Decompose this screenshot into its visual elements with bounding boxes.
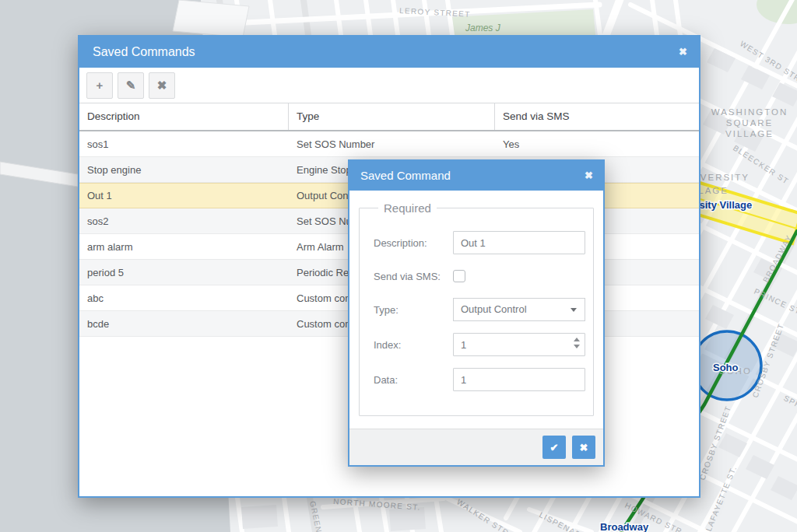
column-header-sms[interactable]: Send via SMS: [495, 103, 699, 130]
sms-label: Send via SMS:: [374, 271, 453, 282]
edit-form: Required Description: Send via SMS: Type…: [349, 192, 603, 429]
saved-command-header: Saved Command ✖: [349, 161, 603, 191]
description-cell: arm alarm: [79, 234, 289, 259]
type-select[interactable]: Output Control: [453, 298, 585, 321]
description-cell: sos2: [79, 208, 289, 233]
map-label-village: VILLAGE: [725, 129, 774, 138]
description-cell: period 5: [79, 260, 289, 285]
index-label: Index:: [374, 339, 453, 351]
table-header: Description Type Send via SMS: [79, 103, 699, 131]
edit-command-button[interactable]: ✎: [118, 72, 144, 99]
data-label: Data:: [374, 374, 453, 386]
app-stage: LEROY STREETJames JWEST 3RD STRWASHINGTO…: [0, 0, 797, 532]
dialog-title: Saved Commands: [79, 37, 699, 68]
commands-toolbar: + ✎ ✖: [79, 68, 699, 103]
chevron-down-icon: [571, 308, 577, 312]
plus-icon: +: [97, 79, 104, 92]
map-label-zone-soho: Soho: [713, 362, 739, 373]
description-cell: abc: [79, 285, 289, 310]
table-row[interactable]: sos1Set SOS NumberYes: [79, 131, 699, 157]
type-label: Type:: [374, 304, 453, 316]
description-cell: Stop engine: [79, 157, 289, 182]
check-icon: ✔: [550, 442, 559, 453]
close-icon[interactable]: ✖: [679, 37, 687, 68]
map-label-square: SQUARE: [726, 118, 774, 128]
type-row: Type: Output Control: [374, 298, 593, 321]
fieldset-legend: Required: [378, 201, 437, 215]
saved-command-dialog: Saved Command ✖ Required Description: Se…: [348, 159, 605, 467]
type-select-value: Output Control: [454, 299, 585, 320]
description-cell: sos1: [79, 131, 289, 156]
description-field[interactable]: [453, 231, 585, 254]
cancel-button[interactable]: ✖: [572, 436, 595, 459]
sms-row: Send via SMS:: [374, 269, 593, 283]
dialog-title: Saved Command: [349, 161, 603, 191]
index-row: Index:: [374, 333, 593, 356]
description-row: Description:: [374, 231, 593, 254]
sms-cell: Yes: [495, 131, 699, 156]
map-label-washington: WASHINGTON: [711, 107, 788, 117]
column-header-description[interactable]: Description: [79, 103, 289, 130]
close-icon: ✖: [580, 442, 588, 453]
delete-icon: ✖: [157, 79, 167, 93]
close-icon[interactable]: ✖: [585, 161, 593, 191]
description-label: Description:: [374, 237, 453, 249]
column-header-type[interactable]: Type: [289, 103, 495, 130]
data-field[interactable]: [453, 368, 585, 391]
saved-commands-header: Saved Commands ✖: [79, 37, 699, 68]
sms-checkbox[interactable]: [453, 270, 465, 282]
spinner-down-icon[interactable]: [574, 345, 580, 348]
map-label-james-j-park: James J: [465, 23, 501, 33]
description-cell: bcde: [79, 311, 289, 336]
remove-command-button[interactable]: ✖: [149, 72, 175, 99]
index-spinner[interactable]: [574, 338, 580, 348]
required-fieldset: Required Description: Send via SMS: Type…: [359, 201, 594, 416]
data-row: Data:: [374, 368, 593, 391]
index-field[interactable]: [453, 333, 585, 356]
spinner-up-icon[interactable]: [574, 338, 580, 341]
save-button[interactable]: ✔: [542, 436, 566, 459]
pencil-icon: ✎: [126, 79, 136, 93]
type-cell: Set SOS Number: [289, 131, 495, 156]
map-label-zone-broadway: Broadway: [600, 521, 649, 532]
description-cell: Out 1: [79, 183, 289, 208]
add-command-button[interactable]: +: [86, 72, 113, 99]
edit-dialog-footer: ✔ ✖: [349, 429, 603, 465]
